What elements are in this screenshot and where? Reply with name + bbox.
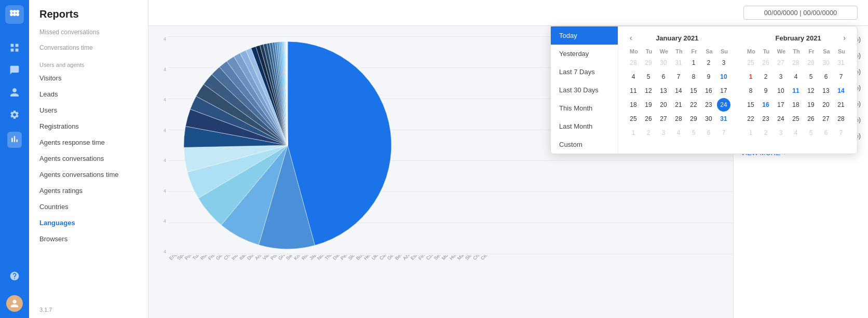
sidebar-item-agents-response-time[interactable]: Agents response time	[29, 134, 148, 150]
calendar-day[interactable]: 30	[819, 56, 833, 70]
sidebar-item-agents-conversations-time[interactable]: Agents conversations time	[29, 167, 148, 183]
calendar-day[interactable]: 10	[774, 84, 788, 98]
calendar-day[interactable]: 19	[642, 98, 655, 112]
quick-option-thismonth[interactable]: This Month	[551, 99, 618, 117]
calendar-day[interactable]: 20	[657, 98, 670, 112]
calendar-day[interactable]: 11	[627, 84, 640, 98]
calendar-day[interactable]: 13	[819, 84, 833, 98]
sidebar-item-languages[interactable]: Languages	[29, 215, 148, 231]
calendar-day[interactable]: 21	[834, 98, 848, 112]
calendar-day[interactable]: 24	[774, 112, 788, 126]
sidebar-item-registrations[interactable]: Registrations	[29, 118, 148, 134]
calendar-day[interactable]: 2	[759, 126, 772, 140]
calendar-day[interactable]: 12	[804, 84, 818, 98]
app-icon[interactable]	[5, 5, 24, 24]
sidebar-item-missed-conversations[interactable]: Missed conversations	[29, 24, 148, 40]
calendar-day[interactable]: 15	[744, 98, 757, 112]
calendar-day[interactable]: 31	[717, 112, 730, 126]
calendar-day[interactable]: 14	[672, 84, 685, 98]
calendar-day[interactable]: 23	[759, 112, 772, 126]
calendar-day[interactable]: 20	[819, 98, 833, 112]
calendar-day[interactable]: 26	[642, 112, 655, 126]
calendar-day[interactable]: 7	[834, 126, 848, 140]
calendar-day[interactable]: 1	[744, 70, 757, 84]
calendar-day[interactable]: 26	[804, 112, 818, 126]
calendar-day[interactable]: 2	[759, 70, 772, 84]
calendar-day[interactable]: 6	[657, 70, 670, 84]
calendar-day[interactable]: 1	[744, 126, 757, 140]
calendar-day[interactable]: 28	[834, 112, 848, 126]
calendar-day[interactable]: 7	[672, 70, 685, 84]
calendar-day[interactable]: 29	[687, 112, 700, 126]
calendar-day[interactable]: 3	[774, 126, 788, 140]
calendar-day[interactable]: 17	[717, 84, 730, 98]
sidebar-item-leads[interactable]: Leads	[29, 86, 148, 102]
sidebar-item-agents-conversations[interactable]: Agents conversations	[29, 150, 148, 167]
calendar-day[interactable]: 16	[759, 98, 772, 112]
calendar-day[interactable]: 15	[687, 84, 700, 98]
quick-option-yesterday[interactable]: Yesterday	[551, 45, 618, 63]
calendar-day[interactable]: 26	[759, 56, 772, 70]
calendar-day[interactable]: 29	[804, 56, 818, 70]
quick-option-last30days[interactable]: Last 30 Days	[551, 81, 618, 99]
calendar-day[interactable]: 11	[789, 84, 803, 98]
calendar-day[interactable]: 27	[819, 112, 833, 126]
sidebar-item-agents-ratings[interactable]: Agents ratings	[29, 183, 148, 199]
calendar-day[interactable]: 30	[657, 56, 670, 70]
calendar-day[interactable]: 19	[804, 98, 818, 112]
calendar-day[interactable]: 7	[717, 126, 730, 140]
sidebar-item-browsers[interactable]: Browsers	[29, 231, 148, 247]
sidebar-item-visitors[interactable]: Visitors	[29, 70, 148, 86]
calendar-day[interactable]: 5	[804, 126, 818, 140]
quick-option-today[interactable]: Today	[551, 26, 618, 45]
calendar-day[interactable]: 10	[717, 70, 730, 84]
calendar-day[interactable]: 31	[672, 56, 685, 70]
user-icon[interactable]	[9, 87, 20, 99]
prev-month-button[interactable]: ‹	[627, 33, 635, 43]
calendar-day[interactable]: 3	[657, 126, 670, 140]
calendar-day[interactable]: 25	[744, 56, 757, 70]
calendar-day[interactable]: 5	[804, 70, 818, 84]
calendar-day[interactable]: 6	[819, 70, 833, 84]
calendar-day[interactable]: 17	[774, 98, 788, 112]
calendar-day[interactable]: 5	[642, 70, 655, 84]
calendar-day[interactable]: 23	[702, 98, 715, 112]
calendar-day[interactable]: 2	[642, 126, 655, 140]
gear-icon[interactable]	[9, 109, 20, 121]
calendar-day[interactable]: 8	[687, 70, 700, 84]
calendar-day[interactable]: 6	[702, 126, 715, 140]
quick-option-lastmonth[interactable]: Last Month	[551, 117, 618, 135]
calendar-day[interactable]: 2	[702, 56, 715, 70]
calendar-day[interactable]: 5	[687, 126, 700, 140]
calendar-day[interactable]: 4	[627, 70, 640, 84]
calendar-day[interactable]: 9	[702, 70, 715, 84]
calendar-day[interactable]: 28	[627, 56, 640, 70]
reports-icon[interactable]	[7, 132, 22, 148]
calendar-day[interactable]: 4	[789, 126, 803, 140]
calendar-day[interactable]: 16	[702, 84, 715, 98]
calendar-day[interactable]: 27	[657, 112, 670, 126]
calendar-day[interactable]: 14	[834, 84, 848, 98]
calendar-day[interactable]: 29	[642, 56, 655, 70]
calendar-day[interactable]: 18	[789, 98, 803, 112]
quick-option-last7days[interactable]: Last 7 Days	[551, 63, 618, 81]
quick-option-custom[interactable]: Custom	[551, 135, 618, 154]
sidebar-item-countries[interactable]: Countries	[29, 199, 148, 215]
sidebar-item-conversations-time[interactable]: Conversations time	[29, 40, 148, 56]
calendar-day[interactable]: 24	[717, 98, 730, 112]
calendar-day[interactable]: 25	[789, 112, 803, 126]
calendar-day[interactable]: 31	[834, 56, 848, 70]
sidebar-nav-icon[interactable]	[9, 43, 20, 54]
help-icon[interactable]	[9, 271, 20, 283]
chat-icon[interactable]	[9, 65, 20, 77]
calendar-day[interactable]: 22	[687, 98, 700, 112]
calendar-day[interactable]: 6	[819, 126, 833, 140]
calendar-day[interactable]: 3	[717, 56, 730, 70]
sidebar-item-users[interactable]: Users	[29, 102, 148, 118]
calendar-day[interactable]: 28	[789, 56, 803, 70]
calendar-day[interactable]: 4	[672, 126, 685, 140]
calendar-day[interactable]: 3	[774, 70, 788, 84]
calendar-day[interactable]: 4	[789, 70, 803, 84]
calendar-day[interactable]: 7	[834, 70, 848, 84]
calendar-day[interactable]: 22	[744, 112, 757, 126]
